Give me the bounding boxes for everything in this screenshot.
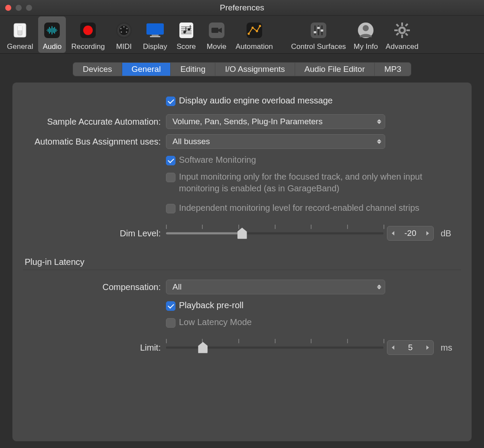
- svg-point-19: [126, 28, 127, 29]
- dim-level-slider[interactable]: [166, 227, 383, 239]
- movie-camera-icon: [205, 19, 228, 42]
- playback-preroll-checkbox[interactable]: [166, 301, 175, 311]
- tab-editing[interactable]: Editing: [171, 63, 215, 76]
- svg-point-17: [123, 26, 124, 27]
- sample-accurate-automation-popup[interactable]: Volume, Pan, Sends, Plug-In Parameters: [166, 114, 385, 129]
- compensation-popup[interactable]: All: [166, 280, 385, 294]
- section-separator: [23, 270, 461, 270]
- toolbar-item-display[interactable]: Display: [140, 16, 170, 53]
- svg-rect-53: [401, 35, 403, 38]
- software-monitoring-label: Software Monitoring: [179, 154, 256, 166]
- svg-point-21: [126, 31, 127, 32]
- tab-general[interactable]: General: [122, 63, 171, 76]
- automatic-bus-assignment-label: Automatic Bus Assignment uses:: [23, 137, 166, 147]
- popup-value: Volume, Pan, Sends, Plug-In Parameters: [172, 117, 322, 126]
- limit-label: Limit:: [23, 343, 166, 353]
- svg-rect-2: [18, 26, 22, 30]
- preferences-toolbar: General Audio Recording MIDI Display Sco…: [0, 16, 484, 54]
- stepper-decrement[interactable]: [387, 226, 399, 240]
- playback-preroll-label: Playback pre-roll: [179, 300, 244, 311]
- svg-rect-55: [406, 29, 410, 31]
- toolbar-item-general[interactable]: General: [4, 16, 36, 53]
- svg-point-18: [120, 28, 121, 29]
- svg-rect-37: [247, 23, 262, 38]
- independent-monitoring-checkbox[interactable]: [166, 204, 175, 213]
- toolbar-label: Automation: [236, 42, 273, 51]
- updown-arrows-icon: [377, 119, 381, 124]
- score-notes-icon: [175, 19, 198, 42]
- tabs-container: Devices General Editing I/O Assignments …: [0, 54, 484, 76]
- tab-audio-file-editor[interactable]: Audio File Editor: [295, 63, 375, 76]
- svg-point-14: [83, 26, 93, 35]
- toolbar-item-automation[interactable]: Automation: [233, 16, 276, 53]
- dim-level-stepper[interactable]: -20: [387, 226, 434, 241]
- person-silhouette-icon: [354, 19, 377, 42]
- stepper-decrement[interactable]: [387, 341, 399, 355]
- svg-rect-58: [405, 23, 408, 26]
- display-overload-checkbox[interactable]: [166, 97, 175, 106]
- toolbar-item-movie[interactable]: Movie: [203, 16, 231, 53]
- dim-level-unit: dB: [441, 229, 451, 239]
- toolbar-label: General: [7, 42, 33, 51]
- svg-point-50: [363, 25, 369, 31]
- display-monitor-icon: [144, 19, 166, 42]
- svg-rect-54: [394, 29, 398, 31]
- toolbar-item-midi[interactable]: MIDI: [110, 16, 138, 53]
- window-controls: [5, 5, 32, 11]
- limit-value: 5: [399, 343, 422, 352]
- input-monitoring-focused-checkbox[interactable]: [166, 173, 175, 182]
- low-latency-mode-checkbox[interactable]: [166, 318, 175, 328]
- close-window-button[interactable]: [5, 5, 11, 11]
- svg-rect-24: [150, 36, 160, 37]
- audio-tabs: Devices General Editing I/O Assignments …: [73, 62, 411, 76]
- light-switch-icon: [9, 19, 31, 42]
- svg-rect-59: [396, 32, 399, 35]
- record-icon: [77, 19, 99, 42]
- independent-monitoring-label: Independent monitoring level for record-…: [179, 202, 419, 214]
- updown-arrows-icon: [377, 139, 381, 144]
- toolbar-item-advanced[interactable]: Advanced: [383, 16, 421, 53]
- svg-point-60: [400, 29, 404, 32]
- stepper-increment[interactable]: [422, 341, 433, 355]
- svg-point-41: [259, 25, 261, 27]
- automatic-bus-assignment-popup[interactable]: All busses: [166, 134, 385, 149]
- svg-rect-36: [211, 28, 218, 33]
- toolbar-label: Recording: [71, 42, 105, 51]
- software-monitoring-checkbox[interactable]: [166, 156, 175, 165]
- svg-point-20: [120, 31, 122, 32]
- dim-level-label: Dim Level:: [23, 229, 166, 239]
- minimize-window-button[interactable]: [16, 5, 22, 11]
- limit-stepper[interactable]: 5: [387, 340, 434, 355]
- toolbar-label: Advanced: [386, 42, 419, 51]
- updown-arrows-icon: [377, 285, 381, 290]
- svg-point-38: [247, 32, 250, 35]
- toolbar-label: Control Surfaces: [291, 42, 346, 51]
- svg-rect-52: [401, 23, 403, 26]
- tab-io-assignments[interactable]: I/O Assignments: [215, 63, 295, 76]
- tab-mp3[interactable]: MP3: [375, 63, 411, 76]
- toolbar-item-recording[interactable]: Recording: [68, 16, 107, 53]
- low-latency-mode-label: Low Latency Mode: [179, 316, 252, 328]
- popup-value: All: [172, 282, 182, 292]
- svg-rect-47: [317, 27, 320, 29]
- zoom-window-button[interactable]: [26, 5, 32, 11]
- limit-slider[interactable]: [166, 342, 383, 354]
- toolbar-label: My Info: [354, 42, 378, 51]
- tab-devices[interactable]: Devices: [73, 63, 122, 76]
- midi-port-icon: [113, 19, 135, 42]
- toolbar-item-my-info[interactable]: My Info: [351, 16, 380, 53]
- svg-rect-57: [405, 32, 408, 36]
- svg-rect-23: [152, 35, 159, 36]
- input-monitoring-focused-label: Input monitoring only for the focused tr…: [179, 171, 452, 194]
- faders-icon: [307, 19, 330, 42]
- svg-point-32: [188, 28, 190, 31]
- toolbar-item-control-surfaces[interactable]: Control Surfaces: [289, 16, 349, 53]
- toolbar-item-score[interactable]: Score: [172, 16, 200, 53]
- svg-rect-46: [314, 31, 316, 33]
- toolbar-item-audio[interactable]: Audio: [38, 16, 66, 53]
- window-title: Preferences: [0, 3, 484, 13]
- stepper-increment[interactable]: [422, 226, 433, 240]
- svg-rect-56: [396, 23, 399, 27]
- svg-point-40: [256, 30, 258, 32]
- dim-level-value: -20: [399, 229, 422, 238]
